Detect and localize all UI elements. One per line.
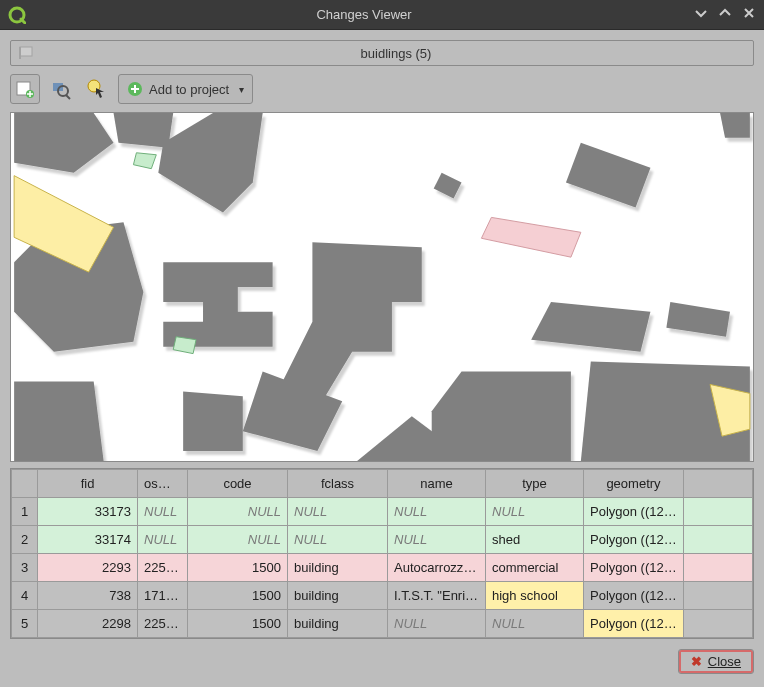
close-icon[interactable] bbox=[742, 6, 756, 23]
cell-tail bbox=[684, 582, 753, 610]
row-header-blank bbox=[12, 470, 38, 498]
cell-geometry[interactable]: Polygon ((12.... bbox=[584, 610, 684, 638]
cell-name[interactable]: NULL bbox=[388, 610, 486, 638]
cell-name[interactable]: NULL bbox=[388, 498, 486, 526]
row-number[interactable]: 5 bbox=[12, 610, 38, 638]
svg-marker-29 bbox=[173, 337, 196, 354]
svg-marker-17 bbox=[14, 381, 103, 461]
close-x-icon: ✖ bbox=[691, 654, 702, 669]
col-osm-id[interactable]: osm_id bbox=[138, 470, 188, 498]
cell-fclass[interactable]: NULL bbox=[288, 498, 388, 526]
cell-name[interactable]: NULL bbox=[388, 526, 486, 554]
cell-tail bbox=[684, 610, 753, 638]
row-number[interactable]: 2 bbox=[12, 526, 38, 554]
window-buttons bbox=[694, 6, 756, 23]
minimize-icon[interactable] bbox=[694, 6, 708, 23]
cell-geometry[interactable]: Polygon ((12.... bbox=[584, 582, 684, 610]
cell-fclass[interactable]: building bbox=[288, 582, 388, 610]
cell-geometry[interactable]: Polygon ((12.... bbox=[584, 498, 684, 526]
cell-fid[interactable]: 738 bbox=[38, 582, 138, 610]
svg-marker-21 bbox=[531, 302, 650, 352]
map-canvas[interactable] bbox=[10, 112, 754, 462]
cell-type[interactable]: commercial bbox=[486, 554, 584, 582]
cell-osm_id[interactable]: 2259... bbox=[138, 610, 188, 638]
cell-code[interactable]: 1500 bbox=[188, 610, 288, 638]
footer: ✖ Close bbox=[10, 645, 754, 674]
cell-type[interactable]: high school bbox=[486, 582, 584, 610]
cell-geometry[interactable]: Polygon ((12.... bbox=[584, 554, 684, 582]
select-feature-icon[interactable] bbox=[82, 74, 112, 104]
tab-label[interactable]: buidlings (5) bbox=[47, 46, 745, 61]
cell-tail bbox=[684, 526, 753, 554]
svg-marker-14 bbox=[283, 242, 422, 401]
svg-marker-9 bbox=[14, 113, 113, 173]
svg-marker-27 bbox=[481, 217, 580, 257]
attribute-table[interactable]: fid osm_id code fclass name type geometr… bbox=[10, 468, 754, 639]
toolbar: Add to project ▾ bbox=[10, 72, 754, 106]
new-layer-button[interactable] bbox=[10, 74, 40, 104]
cell-name[interactable]: Autocarrozze... bbox=[388, 554, 486, 582]
window-title: Changes Viewer bbox=[34, 7, 694, 22]
svg-marker-11 bbox=[158, 113, 262, 212]
cell-fclass[interactable]: building bbox=[288, 610, 388, 638]
svg-marker-20 bbox=[720, 113, 750, 138]
zoom-to-selection-icon[interactable] bbox=[46, 74, 76, 104]
table-header-row: fid osm_id code fclass name type geometr… bbox=[12, 470, 753, 498]
svg-marker-19 bbox=[566, 143, 651, 208]
table-row[interactable]: 133173NULLNULLNULLNULLNULLPolygon ((12..… bbox=[12, 498, 753, 526]
cell-tail bbox=[684, 498, 753, 526]
cell-tail bbox=[684, 554, 753, 582]
svg-marker-22 bbox=[666, 302, 730, 337]
cell-code[interactable]: 1500 bbox=[188, 554, 288, 582]
app-icon bbox=[8, 6, 26, 24]
flag-icon bbox=[19, 46, 37, 60]
cell-osm_id[interactable]: 1710... bbox=[138, 582, 188, 610]
cell-code[interactable]: 1500 bbox=[188, 582, 288, 610]
svg-marker-16 bbox=[183, 391, 243, 451]
cell-type[interactable]: shed bbox=[486, 526, 584, 554]
col-name[interactable]: name bbox=[388, 470, 486, 498]
svg-marker-18 bbox=[434, 173, 462, 199]
cell-fid[interactable]: 2293 bbox=[38, 554, 138, 582]
row-number[interactable]: 4 bbox=[12, 582, 38, 610]
cell-fclass[interactable]: building bbox=[288, 554, 388, 582]
col-fid[interactable]: fid bbox=[38, 470, 138, 498]
col-fclass[interactable]: fclass bbox=[288, 470, 388, 498]
table-row[interactable]: 47381710...1500buildingI.T.S.T. "Enric..… bbox=[12, 582, 753, 610]
cell-fid[interactable]: 33174 bbox=[38, 526, 138, 554]
row-number[interactable]: 1 bbox=[12, 498, 38, 526]
cell-fid[interactable]: 33173 bbox=[38, 498, 138, 526]
col-geometry[interactable]: geometry bbox=[584, 470, 684, 498]
table-row[interactable]: 522982259...1500buildingNULLNULLPolygon … bbox=[12, 610, 753, 638]
cell-code[interactable]: NULL bbox=[188, 526, 288, 554]
cell-osm_id[interactable]: NULL bbox=[138, 526, 188, 554]
cell-geometry[interactable]: Polygon ((12.... bbox=[584, 526, 684, 554]
table-row[interactable]: 322932259...1500buildingAutocarrozze...c… bbox=[12, 554, 753, 582]
cell-osm_id[interactable]: 2259... bbox=[138, 554, 188, 582]
close-button[interactable]: ✖ Close bbox=[678, 649, 754, 674]
add-to-project-button[interactable]: Add to project ▾ bbox=[118, 74, 253, 104]
cell-osm_id[interactable]: NULL bbox=[138, 498, 188, 526]
cell-code[interactable]: NULL bbox=[188, 498, 288, 526]
cell-type[interactable]: NULL bbox=[486, 610, 584, 638]
chevron-down-icon: ▾ bbox=[239, 84, 244, 95]
cell-type[interactable]: NULL bbox=[486, 498, 584, 526]
table-row[interactable]: 233174NULLNULLNULLNULLshedPolygon ((12..… bbox=[12, 526, 753, 554]
cell-fclass[interactable]: NULL bbox=[288, 526, 388, 554]
svg-marker-28 bbox=[133, 153, 156, 169]
cell-fid[interactable]: 2298 bbox=[38, 610, 138, 638]
add-to-project-label: Add to project bbox=[149, 82, 229, 97]
row-number[interactable]: 3 bbox=[12, 554, 38, 582]
svg-rect-1 bbox=[20, 47, 32, 56]
cell-name[interactable]: I.T.S.T. "Enric... bbox=[388, 582, 486, 610]
tab-strip: buidlings (5) bbox=[10, 40, 754, 66]
svg-marker-13 bbox=[163, 262, 272, 347]
col-tail bbox=[684, 470, 753, 498]
titlebar: Changes Viewer bbox=[0, 0, 764, 30]
content-area: buidlings (5) Add to project ▾ bbox=[0, 30, 764, 687]
col-type[interactable]: type bbox=[486, 470, 584, 498]
maximize-icon[interactable] bbox=[718, 6, 732, 23]
close-label: Close bbox=[708, 654, 741, 669]
col-code[interactable]: code bbox=[188, 470, 288, 498]
